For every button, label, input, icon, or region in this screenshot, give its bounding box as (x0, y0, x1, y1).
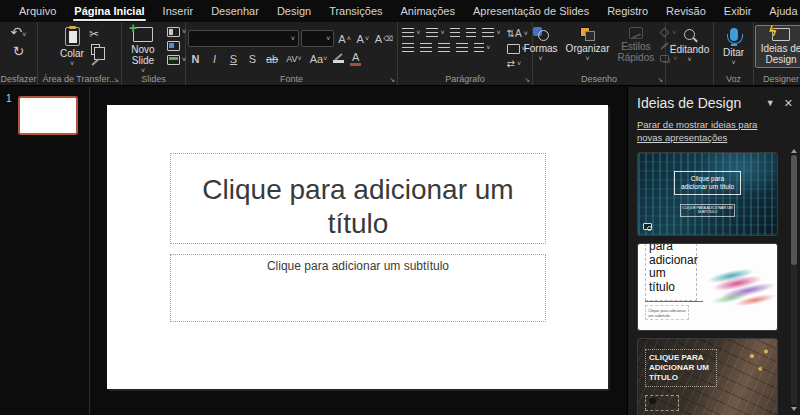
subtitle-placeholder[interactable]: Clique para adicionar um subtítulo (170, 254, 546, 322)
designer-group-label: Designer (754, 74, 800, 84)
new-slide-button[interactable]: + Novo Slide ˅ (121, 25, 165, 76)
cut-button[interactable]: ✂ (89, 27, 102, 41)
design-suggestion-circuit[interactable]: CLIQUE PARA ADICIONAR UM TÍTULO (637, 338, 778, 415)
columns-button[interactable]: ˅ (474, 43, 490, 53)
character-spacing-button[interactable]: AV˅ (284, 50, 303, 67)
slide-1-thumbnail[interactable] (18, 96, 78, 135)
stop-showing-ideas-link[interactable]: Parar de mostrar ideias para novas apres… (637, 118, 777, 144)
increase-font-size-button[interactable]: A˄ (336, 30, 352, 47)
menu-tab-arquivo[interactable]: Arquivo (10, 0, 65, 22)
panel-menu-chevron-icon[interactable]: ▼ (759, 98, 782, 108)
text-shadow-button[interactable]: S (245, 50, 260, 67)
undo-group-label: Desfazer (0, 74, 37, 84)
redo-button[interactable]: ↻ (13, 44, 25, 59)
align-right-button[interactable] (438, 43, 450, 53)
editing-button[interactable]: Editando ˅ (667, 25, 712, 65)
scrollbar-thumb[interactable] (791, 155, 797, 265)
design-circuit-subtitle (645, 395, 679, 411)
ribbon: ↶˅ ↻ Desfazer Colar ˅ ✂ Área de Transfer… (0, 22, 800, 86)
undo-button[interactable]: ↶˅ (11, 25, 27, 40)
main-area: 1 Clique para adicionar um título Clique… (0, 87, 800, 415)
italic-button[interactable]: I (207, 50, 222, 67)
decrease-font-size-button[interactable]: A˅ (355, 30, 371, 47)
menu-tab-inserir[interactable]: Inserir (154, 0, 203, 22)
bold-button[interactable]: N (188, 50, 203, 67)
quick-styles-button[interactable]: Estilos Rápidos (615, 25, 658, 65)
chevron-down-icon: ˅ (70, 61, 74, 67)
new-slide-icon: + (133, 27, 153, 42)
drawing-dialog-launcher[interactable]: ↘ (657, 76, 663, 83)
panel-scrollbar[interactable] (790, 147, 798, 413)
ribbon-group-designer: ϟ Ideias de Design Designer ˅ (754, 22, 800, 85)
scrollbar-track[interactable] (791, 155, 797, 405)
justify-button[interactable] (456, 43, 468, 53)
numbering-button[interactable]: ˅ (426, 28, 444, 38)
design-ideas-panel: Ideias de Design ▼ ✕ Parar de mostrar id… (627, 87, 800, 415)
red-accent-line (645, 301, 703, 302)
powerpoint-window: Arquivo Página Inicial Inserir Desenhar … (0, 0, 800, 415)
menu-tab-revisao[interactable]: Revisão (657, 0, 715, 22)
menu-tab-desenhar[interactable]: Desenhar (202, 0, 268, 22)
reset-slide-button[interactable] (167, 41, 180, 51)
title-placeholder-text: Clique para adicionar um título (171, 173, 545, 243)
font-name-combobox[interactable]: ˅ (188, 30, 299, 47)
ribbon-group-slides: + Novo Slide ˅ ˅ ˅ Slides (122, 22, 186, 85)
align-left-button[interactable] (402, 43, 414, 53)
panel-close-icon[interactable]: ✕ (782, 97, 795, 110)
menu-tab-registro[interactable]: Registro (598, 0, 657, 22)
align-center-button[interactable] (420, 43, 432, 53)
title-placeholder[interactable]: Clique para adicionar um título (170, 153, 546, 244)
menu-tab-transicoes[interactable]: Transições (320, 0, 391, 22)
search-icon (684, 29, 695, 40)
scroll-up-arrow-icon[interactable] (791, 149, 797, 153)
drawing-group-label: Desenho (533, 74, 665, 84)
clear-formatting-button[interactable]: A⌫ (373, 30, 395, 47)
menu-tab-apresentacao-de-slides[interactable]: Apresentação de Slides (464, 0, 598, 22)
menu-tab-animacoes[interactable]: Animações (392, 0, 464, 22)
design-ideas-label: Ideias de Design (759, 43, 800, 65)
font-group-label: Fonte (186, 74, 397, 84)
menu-tab-pagina-inicial[interactable]: Página Inicial (65, 0, 153, 22)
voice-group-label: Voz (714, 74, 753, 84)
ribbon-group-font: ˅ ˅ A˄ A˅ A⌫ N I S S ab AV˅ Aa˅ A Fonte … (186, 22, 398, 85)
design-city-subtitle: Clique para adicionar um subtítulo (680, 204, 736, 217)
photo-credit-camera-icon (643, 223, 652, 230)
section-button[interactable]: ˅ (167, 55, 186, 65)
design-suggestion-ribbons[interactable]: para adicionar um título Clique para adi… (637, 243, 778, 331)
line-spacing-button[interactable]: ˅ (482, 28, 500, 38)
arrange-button[interactable]: Organizar ˅ (563, 25, 613, 64)
design-suggestion-city[interactable]: Clique para adicionar um título Clique p… (637, 152, 778, 236)
menu-tab-exibir[interactable]: Exibir (715, 0, 761, 22)
font-size-combobox[interactable]: ˅ (301, 30, 335, 47)
font-color-button[interactable]: A (348, 52, 363, 66)
decrease-indent-button[interactable] (450, 28, 460, 38)
design-ideas-button[interactable]: ϟ Ideias de Design (755, 25, 800, 68)
slide-page[interactable]: Clique para adicionar um título Clique p… (107, 105, 608, 389)
increase-indent-button[interactable] (466, 28, 476, 38)
subtitle-placeholder-text: Clique para adicionar um subtítulo (267, 259, 449, 321)
menu-tab-ajuda[interactable]: Ajuda (760, 0, 800, 22)
paragraph-group-label: Parágrafo (398, 74, 532, 84)
paste-clipboard-icon (65, 27, 80, 46)
bullets-button[interactable]: ˅ (402, 28, 420, 38)
change-case-button[interactable]: Aa˅ (308, 50, 330, 67)
underline-button[interactable]: S (226, 50, 241, 67)
strikethrough-button[interactable]: ab (264, 50, 280, 67)
copy-button[interactable] (91, 44, 100, 55)
design-ribbons-title: para adicionar um título (645, 243, 697, 301)
editing-canvas: Clique para adicionar um título Clique p… (90, 87, 627, 415)
paragraph-dialog-launcher[interactable]: ↘ (524, 76, 530, 83)
new-slide-label: Novo Slide (124, 44, 162, 66)
layout-button[interactable]: ˅ (167, 27, 186, 37)
slide-thumbnail-panel: 1 (0, 87, 90, 415)
menu-tab-design[interactable]: Design (268, 0, 320, 22)
font-dialog-launcher[interactable]: ↘ (389, 76, 395, 83)
text-highlight-button[interactable] (333, 55, 344, 63)
quick-styles-icon (629, 27, 643, 39)
paste-button[interactable]: Colar ˅ (57, 25, 87, 69)
clipboard-dialog-launcher[interactable]: ↘ (113, 76, 119, 83)
format-painter-button[interactable] (91, 58, 99, 65)
shapes-button[interactable]: Formas ˅ (521, 25, 561, 64)
dictate-button[interactable]: Ditar ˅ (720, 25, 747, 68)
scroll-down-arrow-icon[interactable] (791, 407, 797, 411)
